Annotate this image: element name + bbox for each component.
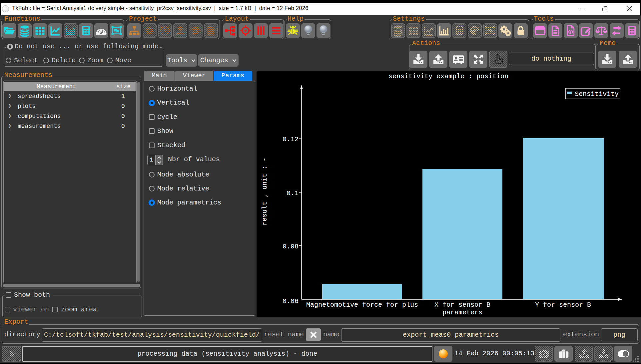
svg-text:Magnetomotive force for plus: Magnetomotive force for plus <box>306 301 418 309</box>
svg-text:0.12: 0.12 <box>283 136 299 143</box>
svg-text:result , unit : -: result , unit : - <box>261 158 269 225</box>
svg-text:parameters: parameters <box>442 309 482 316</box>
svg-text:0.08: 0.08 <box>283 243 299 250</box>
svg-text:Y for sensor B: Y for sensor B <box>535 301 591 309</box>
svg-text:sensitivity example : position: sensitivity example : position <box>388 73 508 80</box>
svg-text:Sensitivity: Sensitivity <box>575 90 619 98</box>
svg-text:0.06: 0.06 <box>283 297 299 305</box>
svg-text:X for sensor B: X for sensor B <box>434 301 490 309</box>
svg-text:0.1: 0.1 <box>287 189 299 197</box>
